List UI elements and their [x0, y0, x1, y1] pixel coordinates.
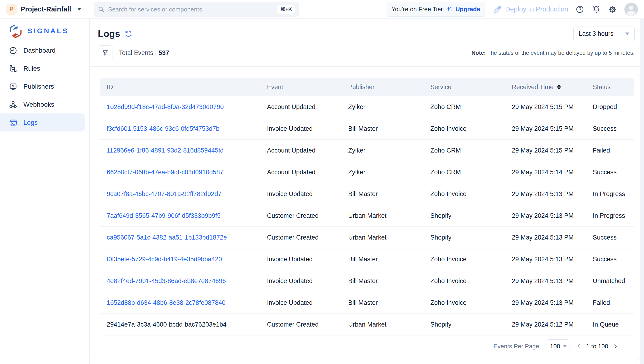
sidebar-item-logs[interactable]: Logs [0, 114, 85, 132]
sidebar-nav: Dashboard Rules Publishers [0, 42, 90, 132]
logs-table-card: ID Event Publisher Service Received Time… [95, 73, 639, 362]
project-name: Project-Rainfall [20, 6, 71, 13]
cell-publisher: Zylker [348, 147, 430, 154]
settings-button[interactable] [608, 5, 617, 14]
cell-id-link[interactable]: f3cfd601-5153-486c-93c6-0fd5f4753d7b [107, 125, 267, 132]
total-events-label: Total Events : [119, 49, 157, 56]
project-switcher[interactable]: P Project-Rainfall [6, 4, 82, 15]
note-text: The status of the event may be delayed b… [486, 50, 635, 56]
cell-received-time: 29 May 2024 5:13 PM [512, 212, 593, 220]
cell-id-link[interactable]: 112966e6-1f86-4891-93d2-816d859445fd [107, 147, 267, 154]
table-row: 4e82f4ed-79b1-45d3-86ad-eb8e7e874696 Inv… [100, 270, 634, 292]
sort-icon[interactable] [557, 84, 561, 90]
refresh-icon[interactable] [124, 30, 132, 38]
cell-status: In Queue [593, 321, 634, 328]
sidebar-item-label: Logs [24, 119, 38, 126]
column-header-event: Event [267, 84, 348, 91]
cell-status: In Progress [593, 212, 634, 220]
cell-service: Shopify [430, 212, 512, 220]
total-events: Total Events : 537 [119, 49, 169, 56]
search-input[interactable]: Search for services or components ⌘+K [94, 2, 299, 16]
project-badge: P [6, 4, 17, 15]
cell-status: Failed [593, 299, 634, 306]
bell-icon [592, 5, 601, 14]
cell-received-time: 29 May 2024 5:14 PM [512, 169, 593, 176]
dashboard-icon [9, 46, 17, 55]
status-note: Note: The status of the event may be del… [472, 50, 635, 56]
rules-icon [9, 64, 17, 73]
avatar[interactable] [624, 2, 638, 16]
deploy-label: Deploy to Production [505, 6, 568, 13]
cell-id-link[interactable]: 66250cf7-068b-47ea-b9df-c03d0910d587 [107, 169, 267, 176]
cell-publisher: Zylker [348, 104, 430, 111]
cell-received-time: 29 May 2024 5:15 PM [512, 147, 593, 154]
sidebar-item-dashboard[interactable]: Dashboard [0, 42, 85, 60]
cell-service: Zoho Invoice [430, 299, 512, 306]
cell-id-link[interactable]: 9ca07f8a-46bc-4707-801a-92ff782d92d7 [107, 190, 267, 198]
cell-id-link[interactable]: 4e82f4ed-79b1-45d3-86ad-eb8e7e874696 [107, 278, 267, 285]
sidebar-item-rules[interactable]: Rules [0, 60, 85, 78]
note-label: Note: [472, 50, 486, 56]
cell-received-time: 29 May 2024 5:13 PM [512, 234, 593, 241]
cell-publisher: Urban Market [348, 212, 430, 220]
chevron-right-icon[interactable] [612, 343, 618, 349]
brand-name: SIGNALS [28, 27, 68, 35]
cell-received-time: 29 May 2024 5:13 PM [512, 278, 593, 285]
page-range: 1 to 100 [586, 343, 608, 350]
help-icon [576, 5, 584, 14]
cell-service: Shopify [430, 321, 512, 328]
cell-id-link[interactable]: ca956067-5a1c-4382-aa51-1b133bd1872e [107, 234, 267, 241]
webhooks-icon [9, 100, 17, 109]
cell-id-link[interactable]: f0f35efe-5729-4c9d-b419-4e35d9bba420 [107, 256, 267, 263]
cell-service: Shopify [430, 234, 512, 241]
pagination: Events Per Page: 100 1 to 100 [100, 336, 634, 357]
page-scrollbar[interactable] [640, 19, 644, 364]
time-range-select[interactable]: Last 3 hours [573, 26, 635, 41]
table-row: 112966e6-1f86-4891-93d2-816d859445fd Acc… [100, 140, 634, 162]
upgrade-button[interactable]: Upgrade [456, 6, 480, 13]
cell-id-link[interactable]: 7aaf649d-3565-47b9-906f-d5f333b9b9f5 [107, 212, 267, 220]
avatar-silhouette [624, 2, 638, 16]
page-title: Logs [98, 28, 120, 39]
notifications-button[interactable] [592, 5, 601, 14]
cell-event: Invoice Updated [267, 125, 348, 132]
help-button[interactable] [575, 5, 584, 14]
cell-received-time: 29 May 2024 5:12 PM [512, 321, 593, 328]
sidebar-item-webhooks[interactable]: Webhooks [0, 96, 85, 114]
cell-event: Customer Created [267, 212, 348, 220]
cell-status: Success [593, 125, 634, 132]
free-tier-text: You're on Free Tier [392, 6, 443, 13]
column-header-id: ID [107, 84, 267, 91]
chevron-left-icon[interactable] [576, 343, 582, 349]
search-placeholder: Search for services or components [108, 6, 274, 13]
table-row: 66250cf7-068b-47ea-b9df-c03d0910d587 Acc… [100, 162, 634, 183]
section-divider [90, 66, 640, 67]
column-header-received-time[interactable]: Received Time [512, 84, 593, 91]
cell-status: Dropped [593, 104, 634, 111]
cell-publisher: Bill Master [348, 299, 430, 306]
per-page-label: Events Per Page: [494, 343, 541, 350]
table-row: 29414e7a-3c3a-4600-bcdd-bac76203e1b4 Cus… [100, 314, 634, 336]
filter-icon [102, 49, 109, 56]
cell-event: Customer Created [267, 321, 348, 328]
cell-received-time: 29 May 2024 5:15 PM [512, 104, 593, 111]
cell-id-link[interactable]: 1652d88b-d634-48b6-8e38-2c78fe087840 [107, 299, 267, 306]
cell-id-link[interactable]: 1028d99d-f18c-47ad-8f9a-32d4730d0790 [107, 104, 267, 111]
cell-service: Zoho CRM [430, 147, 512, 154]
deploy-to-production-button[interactable]: Deploy to Production [494, 5, 568, 14]
total-events-value: 537 [159, 49, 169, 56]
table-row: ca956067-5a1c-4382-aa51-1b133bd1872e Cus… [100, 227, 634, 248]
filter-button[interactable] [98, 46, 113, 60]
cell-service: Zoho Invoice [430, 278, 512, 285]
table-header: ID Event Publisher Service Received Time… [100, 78, 634, 96]
cell-event: Invoice Updated [267, 278, 348, 285]
sidebar-item-publishers[interactable]: Publishers [0, 78, 85, 96]
cell-received-time: 29 May 2024 5:15 PM [512, 125, 593, 132]
sidebar-item-label: Publishers [24, 83, 54, 90]
sparkle-icon [446, 6, 452, 13]
chevron-down-icon [625, 32, 629, 35]
cell-service: Zoho Invoice [430, 125, 512, 132]
per-page-select[interactable]: 100 [547, 340, 570, 353]
cell-event: Account Updated [267, 104, 348, 111]
cell-event: Account Updated [267, 169, 348, 176]
